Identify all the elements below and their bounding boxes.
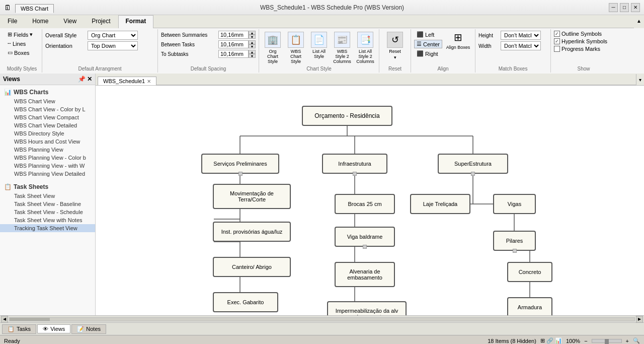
scroll-left-btn[interactable]: ◀ <box>1 316 8 323</box>
sidebar-item-wbs-chart-compact[interactable]: WBS Chart View Compact <box>0 113 95 121</box>
scroll-thumb[interactable] <box>10 318 50 321</box>
between-summaries-spinner[interactable]: ▲ ▼ <box>218 31 256 39</box>
wbs-node-armadura[interactable]: Armadura <box>507 297 552 315</box>
sidebar-item-wbs-chart-view[interactable]: WBS Chart View <box>0 97 95 105</box>
sidebar-item-tracking-task[interactable]: Tracking Task Sheet View <box>0 224 95 232</box>
tab-project[interactable]: Project <box>84 15 118 28</box>
align-center-btn[interactable]: ☰ Center <box>414 40 442 48</box>
sidebar-item-wbs-planning-with-w[interactable]: WBS Planning View - with W <box>0 162 95 170</box>
to-subtasks-up[interactable]: ▲ <box>249 50 256 54</box>
wbs-node-canteiro[interactable]: Canteiro/ Abrigo <box>213 257 291 277</box>
wbs-node-vigas[interactable]: Vigas <box>493 194 536 214</box>
canvas-tab-wbs[interactable]: WBS_Schedule1 ✕ <box>98 77 156 85</box>
sidebar-item-wbs-chart-color[interactable]: WBS Chart View - Color by L <box>0 105 95 113</box>
horizontal-scrollbar[interactable]: ◀ ▶ <box>0 315 644 322</box>
width-select[interactable]: Don't Match <box>501 41 541 50</box>
zoom-in-btn[interactable]: + <box>626 338 629 344</box>
wbs-canvas[interactable]: Orçamento - Residência Serviços Prelimin… <box>96 86 644 315</box>
outline-symbols-checkbox[interactable]: Outline Symbols <box>554 30 607 37</box>
wbs-node-inst[interactable]: Inst. provisórias água/luz <box>213 222 291 242</box>
expand-indicator3[interactable] <box>471 172 475 176</box>
ribbon-collapse-btn[interactable]: ▲ <box>634 15 644 26</box>
wbs-node-sp[interactable]: Serviços Preliminares <box>201 154 279 174</box>
sidebar-item-wbs-planning-detailed[interactable]: WBS Planning View Detailed <box>0 170 95 178</box>
expand-indicator4[interactable] <box>363 245 367 249</box>
scroll-right-btn[interactable]: ▶ <box>636 316 643 323</box>
tab-view[interactable]: View <box>56 15 84 28</box>
wbs-node-alvenaria[interactable]: Alvenaria de embasamento <box>335 262 395 287</box>
canvas-tab-close-icon[interactable]: ✕ <box>147 79 151 84</box>
orientation-select[interactable]: Top Down <box>88 41 138 50</box>
wbs-node-impermeab[interactable]: Impermeabilização da alv embasamento <box>327 301 407 315</box>
between-summaries-up[interactable]: ▲ <box>249 31 256 35</box>
height-select[interactable]: Don't Match <box>501 31 541 40</box>
scroll-track[interactable] <box>9 317 635 321</box>
sidebar-item-wbs-hours-cost[interactable]: WBS Hours and Cost View <box>0 137 95 146</box>
wbs-node-root[interactable]: Orçamento - Residência <box>302 106 392 126</box>
between-summaries-input[interactable] <box>218 31 249 39</box>
lines-btn[interactable]: ╌ Lines <box>5 39 35 48</box>
between-tasks-spinner[interactable]: ▲ ▼ <box>218 40 256 48</box>
align-right-btn[interactable]: ⬛ Right <box>414 49 442 58</box>
wbs-node-brocas[interactable]: Brocas 25 cm <box>335 194 395 214</box>
sidebar-item-task-sheet-notes[interactable]: Task Sheet View with Notes <box>0 216 95 224</box>
wbs-node-infra[interactable]: Infraestrutura <box>322 154 387 174</box>
tab-home[interactable]: Home <box>25 15 56 28</box>
sidebar-item-wbs-planning-color[interactable]: WBS Planning View - Color b <box>0 154 95 162</box>
sidebar-item-task-sheet-baseline[interactable]: Task Sheet View - Baseline <box>0 200 95 208</box>
zoom-out-btn[interactable]: − <box>584 338 587 344</box>
close-button[interactable]: ✕ <box>631 3 640 12</box>
align-left-btn[interactable]: ⬛ Left <box>414 30 442 39</box>
boxes-btn[interactable]: ▭ Boxes <box>5 48 35 57</box>
sidebar-pin-icon[interactable]: 📌 <box>78 76 86 83</box>
sidebar-item-task-sheet-view[interactable]: Task Sheet View <box>0 192 95 200</box>
outline-symbols-cb[interactable] <box>554 31 560 37</box>
maximize-button[interactable]: □ <box>620 3 629 12</box>
reset-btn[interactable]: ↺ Reset ▾ <box>382 30 408 61</box>
sidebar-item-wbs-planning[interactable]: WBS Planning View <box>0 146 95 154</box>
bottom-tab-notes[interactable]: 📝 Notes <box>71 324 106 334</box>
expand-indicator5[interactable] <box>513 249 517 253</box>
wbs-node-exec-gab[interactable]: Exec. Gabarito <box>213 292 278 312</box>
fields-dropdown-btn[interactable]: ⊞ Fields ▾ <box>5 30 35 39</box>
zoom-slider[interactable] <box>592 339 622 343</box>
wbs-node-pilares[interactable]: Pilares <box>493 231 536 251</box>
between-tasks-down[interactable]: ▼ <box>249 44 256 48</box>
between-tasks-up[interactable]: ▲ <box>249 40 256 44</box>
wbs-node-movim[interactable]: Movimentação de Terra/Corte <box>213 184 291 209</box>
expand-indicator[interactable] <box>238 172 243 176</box>
progress-marks-cb[interactable] <box>554 46 560 52</box>
hyperlink-symbols-checkbox[interactable]: Hyperlink Symbols <box>554 38 607 45</box>
align-boxes-btn[interactable]: ⊞ Align Boxes <box>444 30 472 58</box>
bottom-tab-tasks[interactable]: 📋 Tasks <box>2 324 36 334</box>
to-subtasks-spinner[interactable]: ▲ ▼ <box>218 50 256 58</box>
wbs-node-laje[interactable]: Laje Treliçada <box>410 194 470 214</box>
wbs-node-super[interactable]: SuperEstrutura <box>438 154 508 174</box>
task-sheets-title[interactable]: 📋 Task Sheets <box>0 182 95 192</box>
zoom-thumb[interactable] <box>605 339 609 344</box>
between-tasks-input[interactable] <box>218 40 249 48</box>
between-summaries-down[interactable]: ▼ <box>249 35 256 39</box>
wbs-charts-title[interactable]: 📊 WBS Charts <box>0 87 95 97</box>
list-all-style-btn[interactable]: 📄 List All Style <box>308 30 330 60</box>
tab-format[interactable]: Format <box>118 15 154 28</box>
list-all-2col-btn[interactable]: 📑 List All Style 2 Columns <box>355 30 376 65</box>
sidebar-item-wbs-directory[interactable]: WBS Directory Style <box>0 129 95 137</box>
to-subtasks-input[interactable] <box>218 50 249 58</box>
sidebar-item-task-sheet-schedule[interactable]: Task Sheet View - Schedule <box>0 208 95 216</box>
tab-file[interactable]: File <box>0 15 25 28</box>
wbs-style-2col-btn[interactable]: 📰 WBS Style 2 Columns <box>332 30 353 65</box>
wbs-node-concreto[interactable]: Concreto <box>507 262 552 282</box>
expand-indicator2[interactable] <box>353 172 357 176</box>
progress-marks-checkbox[interactable]: Progress Marks <box>554 45 607 52</box>
bottom-tab-views[interactable]: 👁 Views <box>37 324 70 333</box>
org-chart-style-btn[interactable]: 🏢 Org Chart Style <box>262 30 283 65</box>
sidebar-item-wbs-chart-detailed[interactable]: WBS Chart View Detailed <box>0 121 95 129</box>
overall-style-select[interactable]: Org Chart <box>88 31 138 40</box>
wbs-chart-tab[interactable]: WBS Chart <box>15 4 54 13</box>
wbs-node-viga-bald[interactable]: Viga baldrame <box>335 227 395 247</box>
to-subtasks-down[interactable]: ▼ <box>249 54 256 58</box>
minimize-button[interactable]: ─ <box>609 3 618 12</box>
canvas-expand-btn[interactable]: ▾ <box>636 74 644 85</box>
sidebar-close-icon[interactable]: ✕ <box>87 76 92 83</box>
